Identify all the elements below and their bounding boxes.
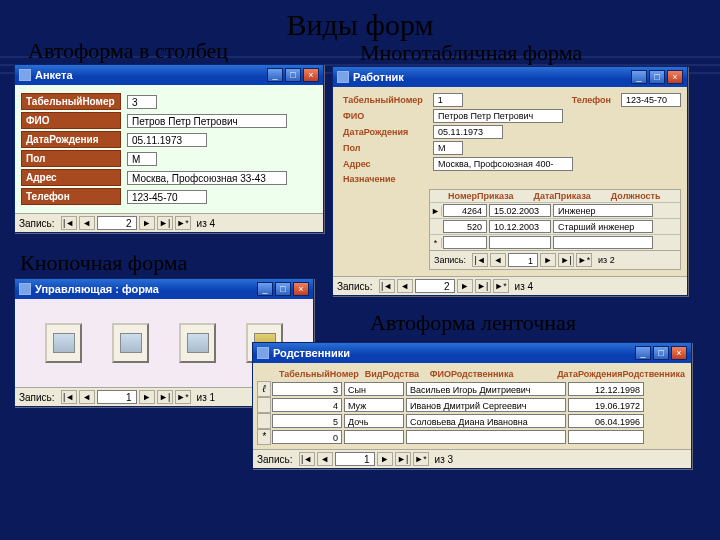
nav-new-button[interactable]: ►* (175, 216, 191, 230)
nav-first-button[interactable]: |◄ (379, 279, 395, 293)
cell[interactable]: Сын (344, 382, 404, 396)
cell[interactable]: Васильев Игорь Дмитриевич (406, 382, 566, 396)
subform-cell[interactable]: 4264 (443, 204, 487, 217)
subform-row[interactable]: ►426415.02.2003Инженер (430, 202, 680, 218)
row-selector[interactable] (257, 413, 271, 429)
row-selector[interactable]: * (257, 429, 271, 445)
subform-cell[interactable]: Инженер (553, 204, 653, 217)
maximize-button[interactable]: □ (653, 346, 669, 360)
form-button-2[interactable] (112, 323, 149, 363)
cell[interactable] (406, 430, 566, 444)
row-selector[interactable]: ► (430, 206, 442, 216)
subform-row[interactable]: 52010.12.2003Старший инженер (430, 218, 680, 234)
minimize-button[interactable]: _ (635, 346, 651, 360)
nav-last-button[interactable]: ►| (157, 216, 173, 230)
nav-last-button[interactable]: ►| (395, 452, 411, 466)
form-button-1[interactable] (45, 323, 82, 363)
subform-cell[interactable]: Старший инженер (553, 220, 653, 233)
cell[interactable]: 4 (272, 398, 342, 412)
nav-last-button[interactable]: ►| (475, 279, 491, 293)
nav-next-button[interactable]: ► (457, 279, 473, 293)
minimize-button[interactable]: _ (257, 282, 273, 296)
nav-next-button[interactable]: ► (540, 253, 556, 267)
close-button[interactable]: × (303, 68, 319, 82)
maximize-button[interactable]: □ (285, 68, 301, 82)
cell[interactable]: Дочь (344, 414, 404, 428)
row-selector[interactable] (257, 397, 271, 413)
nav-next-button[interactable]: ► (377, 452, 393, 466)
maximize-button[interactable]: □ (649, 70, 665, 84)
field-value[interactable]: Петров Петр Петрович (127, 114, 287, 128)
subform-cell[interactable] (553, 236, 653, 249)
subform-row[interactable]: * (430, 234, 680, 250)
subform-cell[interactable] (443, 236, 487, 249)
nav-new-button[interactable]: ►* (576, 253, 592, 267)
field-value[interactable]: 1 (433, 93, 463, 107)
field-value[interactable]: 123-45-70 (621, 93, 681, 107)
subform-cell[interactable] (489, 236, 551, 249)
cell[interactable] (568, 430, 644, 444)
field-value[interactable]: М (433, 141, 463, 155)
field-value[interactable]: 05.11.1973 (127, 133, 207, 147)
close-button[interactable]: × (667, 70, 683, 84)
cell[interactable]: 0 (272, 430, 342, 444)
nav-prev-button[interactable]: ◄ (397, 279, 413, 293)
nav-record-number[interactable]: 1 (335, 452, 375, 466)
field-value[interactable]: 123-45-70 (127, 190, 207, 204)
row-selector[interactable]: ℓ (257, 381, 271, 397)
field-value[interactable]: 05.11.1973 (433, 125, 503, 139)
field-value[interactable]: Петров Петр Петрович (433, 109, 563, 123)
nav-next-button[interactable]: ► (139, 216, 155, 230)
cell[interactable]: 3 (272, 382, 342, 396)
nav-last-button[interactable]: ►| (558, 253, 574, 267)
nav-first-button[interactable]: |◄ (299, 452, 315, 466)
table-row[interactable]: 4МужИванов Дмитрий Сергеевич19.06.1972 (257, 397, 687, 413)
nav-record-number[interactable]: 2 (415, 279, 455, 293)
titlebar[interactable]: Родственники _ □ × (253, 343, 691, 363)
titlebar[interactable]: Анкета _ □ × (15, 65, 323, 85)
nav-prev-button[interactable]: ◄ (79, 216, 95, 230)
subform-cell[interactable]: 10.12.2003 (489, 220, 551, 233)
nav-record-number[interactable]: 1 (97, 390, 137, 404)
nav-next-button[interactable]: ► (139, 390, 155, 404)
nav-prev-button[interactable]: ◄ (317, 452, 333, 466)
field-label: ДатаРождения (339, 126, 427, 138)
titlebar[interactable]: Работник _ □ × (333, 67, 687, 87)
nav-first-button[interactable]: |◄ (61, 216, 77, 230)
row-selector[interactable]: * (430, 238, 442, 248)
nav-new-button[interactable]: ►* (175, 390, 191, 404)
table-row[interactable]: 5ДочьСоловьева Диана Ивановна06.04.1996 (257, 413, 687, 429)
nav-first-button[interactable]: |◄ (472, 253, 488, 267)
nav-prev-button[interactable]: ◄ (79, 390, 95, 404)
nav-record-number[interactable]: 2 (97, 216, 137, 230)
nav-first-button[interactable]: |◄ (61, 390, 77, 404)
cell[interactable]: Иванов Дмитрий Сергеевич (406, 398, 566, 412)
maximize-button[interactable]: □ (275, 282, 291, 296)
close-button[interactable]: × (671, 346, 687, 360)
field-value[interactable]: 3 (127, 95, 157, 109)
nav-record-number[interactable]: 1 (508, 253, 538, 267)
nav-new-button[interactable]: ►* (413, 452, 429, 466)
cell[interactable]: 06.04.1996 (568, 414, 644, 428)
nav-new-button[interactable]: ►* (493, 279, 509, 293)
cell[interactable]: Соловьева Диана Ивановна (406, 414, 566, 428)
nav-prev-button[interactable]: ◄ (490, 253, 506, 267)
close-button[interactable]: × (293, 282, 309, 296)
form-button-3[interactable] (179, 323, 216, 363)
field-value[interactable]: М (127, 152, 157, 166)
table-row[interactable]: ℓ3СынВасильев Игорь Дмитриевич12.12.1998 (257, 381, 687, 397)
cell[interactable]: Муж (344, 398, 404, 412)
subform-cell[interactable]: 15.02.2003 (489, 204, 551, 217)
titlebar[interactable]: Управляющая : форма _ □ × (15, 279, 313, 299)
cell[interactable]: 12.12.1998 (568, 382, 644, 396)
minimize-button[interactable]: _ (631, 70, 647, 84)
nav-last-button[interactable]: ►| (157, 390, 173, 404)
minimize-button[interactable]: _ (267, 68, 283, 82)
cell[interactable] (344, 430, 404, 444)
cell[interactable]: 5 (272, 414, 342, 428)
subform-cell[interactable]: 520 (443, 220, 487, 233)
field-value[interactable]: Москва, Профсоюзная 33-43 (127, 171, 287, 185)
table-row[interactable]: *0 (257, 429, 687, 445)
field-value[interactable]: Москва, Профсоюзная 400- (433, 157, 573, 171)
cell[interactable]: 19.06.1972 (568, 398, 644, 412)
